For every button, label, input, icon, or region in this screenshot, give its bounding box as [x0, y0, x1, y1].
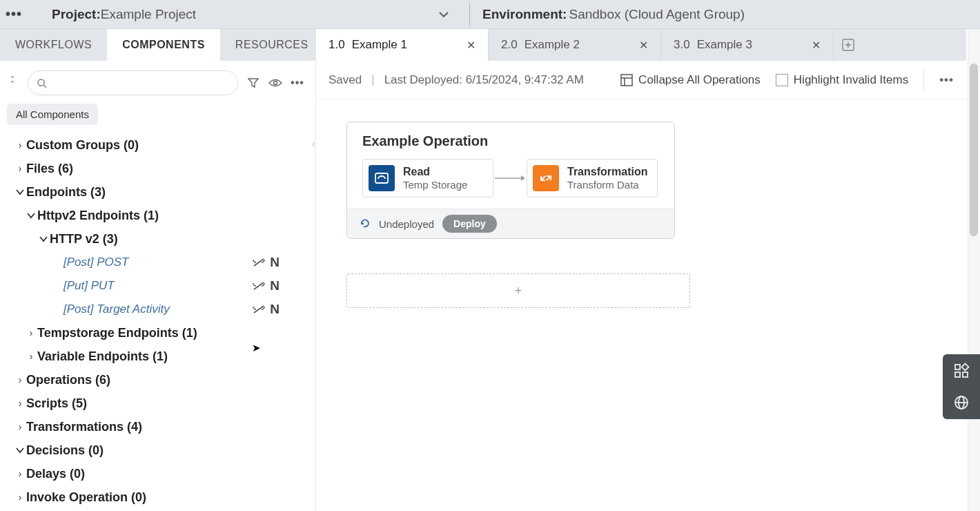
chevron-down-icon: [25, 212, 37, 219]
add-tab-button[interactable]: [834, 29, 863, 61]
tree-scripts[interactable]: ›Scripts (5): [3, 392, 310, 415]
collapse-tree-icon[interactable]: ˅˄: [6, 78, 19, 88]
svg-point-2: [274, 81, 277, 85]
search-icon: [37, 78, 47, 88]
tree-label: Invoke Operation (0): [26, 490, 146, 505]
step-title: Read: [403, 166, 467, 178]
deploy-status: Undeployed: [379, 218, 434, 230]
tab-workflows[interactable]: WORKFLOWS: [0, 29, 107, 61]
tab-label: Example 1: [352, 38, 407, 52]
workflow-tab-1[interactable]: 1.0 Example 1 ✕: [316, 29, 489, 61]
close-icon[interactable]: ✕: [812, 39, 821, 52]
tab-resources[interactable]: RESOURCES: [220, 29, 324, 61]
workflow-tab-3[interactable]: 3.0 Example 3 ✕: [661, 29, 834, 61]
close-icon[interactable]: ✕: [639, 39, 648, 52]
leaf-label: [Post] POST: [63, 256, 128, 269]
toolbar-divider: [923, 70, 924, 90]
eye-icon[interactable]: [268, 76, 282, 90]
tab-number: 1.0: [329, 38, 345, 52]
svg-rect-6: [621, 75, 632, 86]
search-input[interactable]: [47, 77, 229, 88]
workflow-tab-2[interactable]: 2.0 Example 2 ✕: [489, 29, 661, 61]
chip-all-components[interactable]: All Components: [7, 104, 98, 125]
step-read[interactable]: Read Temp Storage: [362, 159, 493, 197]
tree-httpv2-endpoints[interactable]: Httpv2 Endpoints (1): [3, 204, 310, 227]
operation-card[interactable]: Example Operation Read Temp Storage: [346, 122, 675, 239]
tree-custom-groups[interactable]: ›Custom Groups (0): [3, 133, 310, 157]
canvas-toolbar: Saved | Last Deployed: 6/15/2024, 9:47:3…: [316, 61, 966, 99]
vertical-scrollbar[interactable]: [968, 29, 980, 511]
environment-label: Environment:: [482, 7, 567, 22]
tree-leaf-put[interactable]: [Put] PUT N: [3, 274, 310, 298]
more-icon[interactable]: •••: [291, 76, 304, 90]
panel-resize-handle[interactable]: ‹: [312, 138, 315, 149]
close-icon[interactable]: ✕: [467, 39, 476, 52]
scrollbar-thumb[interactable]: [970, 64, 978, 236]
add-operation-dropzone[interactable]: +: [346, 273, 690, 308]
tab-components[interactable]: COMPONENTS: [107, 29, 220, 61]
svg-rect-9: [375, 173, 388, 183]
tree-label: Files (6): [26, 162, 73, 176]
svg-line-1: [43, 85, 46, 88]
step-transformation[interactable]: Transformation Transform Data: [527, 159, 658, 197]
sidebar-tabs: WORKFLOWS COMPONENTS RESOURCES: [0, 29, 315, 61]
chevron-down-icon: [14, 189, 26, 195]
n-badge: N: [270, 278, 280, 293]
svg-rect-12: [955, 372, 960, 377]
svg-rect-11: [955, 365, 960, 369]
components-panel-icon[interactable]: [953, 363, 970, 379]
tree-files[interactable]: ›Files (6): [3, 157, 310, 180]
storage-icon: [369, 165, 395, 191]
filter-chip-row: All Components: [0, 102, 315, 131]
tab-label: Example 2: [525, 38, 580, 52]
last-deployed-status: Last Deployed: 6/15/2024, 9:47:32 AM: [384, 73, 584, 87]
tree-label: HTTP v2 (3): [50, 232, 118, 247]
tree-label: Variable Endpoints (1): [37, 349, 168, 364]
operation-title: Example Operation: [347, 122, 674, 159]
globe-icon[interactable]: [953, 394, 970, 411]
collapse-icon: [620, 74, 633, 86]
undeployed-icon: [360, 218, 371, 229]
sidebar-toolbar: ˅˄ •••: [0, 61, 315, 102]
workflow-canvas: 1.0 Example 1 ✕ 2.0 Example 2 ✕ 3.0 Exam…: [316, 29, 966, 511]
tree-transformations[interactable]: ›Transformations (4): [3, 415, 310, 438]
tree-leaf-target-activity[interactable]: [Post] Target Activity N: [3, 298, 310, 321]
n-badge: N: [270, 302, 280, 317]
tree-leaf-post[interactable]: [Post] POST N: [3, 251, 310, 274]
chevron-right-icon: ›: [14, 374, 26, 385]
chevron-right-icon: ›: [14, 163, 26, 174]
highlight-label: Highlight Invalid Items: [794, 73, 908, 87]
more-icon[interactable]: •••: [939, 73, 954, 87]
tree-label: Scripts (5): [26, 396, 87, 411]
workflow-tabs: 1.0 Example 1 ✕ 2.0 Example 2 ✕ 3.0 Exam…: [316, 29, 966, 61]
tree-http-v2[interactable]: HTTP v2 (3): [3, 227, 310, 251]
tree-label: Endpoints (3): [26, 185, 106, 200]
deploy-button[interactable]: Deploy: [442, 215, 497, 233]
tree-decisions[interactable]: Decisions (0): [3, 438, 310, 462]
environment-selector[interactable]: Environment: Sandbox (Cloud Agent Group): [470, 7, 980, 22]
project-selector[interactable]: Project: Example Project: [28, 7, 469, 22]
chevron-down-icon[interactable]: [439, 11, 449, 18]
collapse-label: Collapse All Operations: [638, 73, 761, 87]
collapse-all-button[interactable]: Collapse All Operations: [620, 73, 761, 87]
svg-rect-13: [963, 372, 968, 377]
app-menu-icon[interactable]: •••: [0, 6, 28, 22]
tree-operations[interactable]: ›Operations (6): [3, 368, 310, 392]
tree-label: Transformations (4): [26, 420, 142, 434]
chevron-right-icon: ›: [14, 492, 26, 503]
step-title: Transformation: [567, 166, 647, 178]
unlinked-icon: [252, 258, 266, 267]
search-input-wrap[interactable]: [28, 70, 238, 95]
highlight-invalid-toggle[interactable]: Highlight Invalid Items: [776, 73, 908, 87]
tree-invoke-operation[interactable]: ›Invoke Operation (0): [3, 485, 310, 509]
leaf-label: [Put] PUT: [63, 279, 115, 293]
filter-icon[interactable]: [246, 76, 260, 90]
checkbox-icon[interactable]: [776, 74, 788, 86]
environment-name: Sandbox (Cloud Agent Group): [569, 7, 745, 22]
sidebar: WORKFLOWS COMPONENTS RESOURCES ˅˄ ••• Al…: [0, 29, 316, 511]
tree-endpoints[interactable]: Endpoints (3): [3, 180, 310, 204]
tree-delays[interactable]: ›Delays (0): [3, 462, 310, 485]
tree-tempstorage-endpoints[interactable]: ›Tempstorage Endpoints (1): [3, 321, 310, 345]
separator: |: [371, 73, 374, 87]
tree-variable-endpoints[interactable]: ›Variable Endpoints (1): [3, 345, 310, 368]
